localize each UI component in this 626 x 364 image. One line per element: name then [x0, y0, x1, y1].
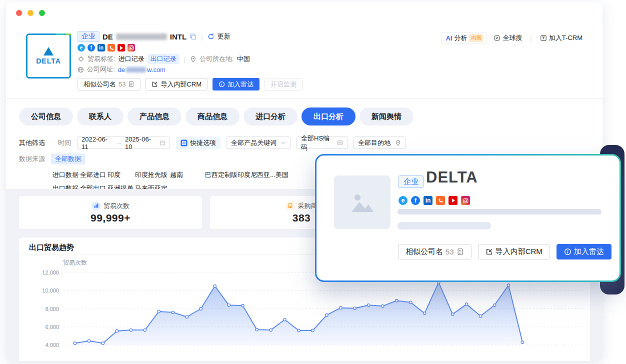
delta-triangle-icon: [44, 47, 54, 56]
company-logo: DELTA: [26, 34, 71, 78]
document-icon: [128, 81, 134, 88]
svg-text:12,000: 12,000: [42, 270, 59, 276]
website-label: 公司网址:: [87, 65, 115, 74]
import-crm-button[interactable]: 导入内部CRM: [146, 78, 208, 90]
instagram-icon[interactable]: [461, 196, 470, 205]
facebook-icon[interactable]: f: [411, 196, 420, 205]
quick-options-button[interactable]: 快捷选项: [176, 136, 220, 149]
logo-accent-green: [66, 34, 71, 35]
other-filters-label[interactable]: 其他筛选: [19, 138, 45, 148]
enterprise-badge: 企业: [78, 31, 100, 42]
tab-2[interactable]: 产品信息: [128, 108, 182, 126]
destination-value: 全部目的地: [358, 138, 390, 148]
date-from: 2022-06-11: [82, 136, 112, 150]
similar-companies-button[interactable]: 相似公司名 53: [398, 244, 472, 260]
compass-icon: [494, 34, 500, 42]
close-window-button[interactable]: [16, 10, 22, 16]
add-radar-button[interactable]: 加入雷达: [556, 244, 612, 260]
refresh-icon[interactable]: [208, 33, 214, 40]
import-icon: [152, 81, 158, 88]
product-keyword-select[interactable]: 全部产品关键词: [226, 136, 290, 149]
redacted-website: [126, 67, 146, 72]
stat-label: 贸易次数: [104, 202, 130, 210]
copy-icon[interactable]: [190, 33, 196, 40]
data-source-option[interactable]: 越南: [170, 170, 205, 180]
maximize-window-button[interactable]: [39, 10, 45, 16]
date-to: 2025-06-10: [125, 136, 156, 150]
data-source-row: 进口数据全部进口印度印度抢先版越南巴西定制版印度尼西亚...美国: [52, 170, 313, 180]
section-tabs: 公司信息联系人产品信息商品信息进口分析出口分析新闻舆情: [19, 108, 414, 126]
social-icons: efin: [78, 44, 135, 52]
tab-0[interactable]: 公司信息: [19, 108, 73, 126]
stat-label: 采购商: [298, 202, 318, 210]
website-suffix: w.com: [147, 66, 166, 74]
top-right-toolbar: AI 分析 内测 全球搜 | 加入T-CRM: [442, 32, 582, 44]
linkedin-icon[interactable]: in: [98, 44, 105, 52]
filter-bar: 其他筛选 时间 2022-06-11 → 2025-06-10 快捷选项 全部产…: [19, 136, 406, 149]
data-source-option[interactable]: 印度尼西亚...: [238, 170, 276, 180]
window-controls: [16, 10, 45, 16]
tab-4[interactable]: 进口分析: [244, 108, 298, 126]
company-image-placeholder: [334, 176, 390, 229]
svg-text:10,000: 10,000: [42, 288, 59, 294]
data-source-option[interactable]: 美国: [276, 170, 313, 180]
import-icon: [486, 248, 493, 256]
global-search-button[interactable]: 全球搜: [494, 34, 522, 42]
social-icons-row: efin: [78, 44, 135, 52]
linkedin-icon[interactable]: in: [424, 196, 432, 205]
phone-icon[interactable]: [108, 44, 115, 52]
add-tcrm-label: 加入T-CRM: [549, 34, 582, 42]
similar-companies-button[interactable]: 相似公司名 53: [78, 78, 140, 90]
trade-tag-export[interactable]: 出口记录: [148, 54, 180, 64]
trade-tag-import[interactable]: 进口记录: [118, 54, 144, 64]
company-name-row: 企业 DE INTL | 更新: [78, 31, 230, 42]
similar-companies-label: 相似公司名: [84, 80, 116, 89]
start-monitor-button[interactable]: 开启监测: [264, 78, 302, 90]
globe-icon: [78, 66, 84, 73]
instagram-icon[interactable]: [128, 44, 135, 52]
add-tcrm-button[interactable]: 加入T-CRM: [540, 34, 582, 42]
tab-6[interactable]: 新闻舆情: [360, 108, 414, 126]
stat-card-0: 贸易次数99,999+: [19, 196, 202, 229]
svg-text:6,000: 6,000: [45, 324, 59, 330]
logo-text: DELTA: [36, 57, 61, 65]
data-source-option[interactable]: 全部进口: [80, 170, 108, 180]
facebook-icon[interactable]: f: [88, 44, 95, 52]
analysis-label: 分析: [454, 34, 467, 42]
add-radar-button[interactable]: 加入雷达: [212, 78, 260, 90]
enterprise-badge: 企业: [398, 176, 424, 188]
youtube-icon[interactable]: [118, 44, 125, 52]
website-row: 公司网址: de w.com: [78, 65, 166, 74]
divider: |: [184, 56, 186, 63]
browser-icon[interactable]: e: [78, 44, 85, 52]
date-range-input[interactable]: 2022-06-11 → 2025-06-10: [77, 136, 170, 149]
destination-select[interactable]: 全部目的地: [354, 136, 406, 149]
location-icon: [190, 56, 196, 62]
social-icons: efin: [398, 196, 470, 205]
data-source-row-label: 进口数据: [52, 170, 80, 180]
data-source-all[interactable]: 全部数据: [51, 154, 85, 164]
calendar-icon: [160, 140, 166, 146]
hs-code-select[interactable]: 全部HS编码 HS: [296, 136, 348, 149]
phone-icon[interactable]: [436, 196, 445, 205]
divider: |: [530, 34, 532, 42]
tab-5-active[interactable]: 出口分析: [302, 108, 356, 126]
website-link[interactable]: de w.com: [118, 66, 166, 74]
import-crm-button[interactable]: 导入内部CRM: [478, 244, 550, 260]
svg-text:HS: HS: [338, 142, 342, 144]
data-source-option[interactable]: 印度抢先版: [135, 170, 170, 180]
minimize-window-button[interactable]: [28, 10, 34, 16]
tag-icon: [78, 56, 84, 62]
youtube-icon[interactable]: [448, 196, 458, 205]
browser-icon[interactable]: e: [398, 196, 408, 205]
tab-3[interactable]: 商品信息: [186, 108, 240, 126]
tab-1[interactable]: 联系人: [77, 108, 124, 126]
svg-text:4,000: 4,000: [45, 342, 59, 348]
redacted-company-name: [116, 34, 167, 40]
similar-companies-label: 相似公司名: [406, 247, 443, 256]
update-button[interactable]: 更新: [218, 32, 230, 41]
data-source-option[interactable]: 巴西定制版: [205, 170, 238, 180]
ai-analysis-button[interactable]: AI 分析 内测: [442, 32, 487, 44]
stat-value: 99,999+: [90, 212, 130, 224]
data-source-option[interactable]: 印度: [108, 170, 135, 180]
